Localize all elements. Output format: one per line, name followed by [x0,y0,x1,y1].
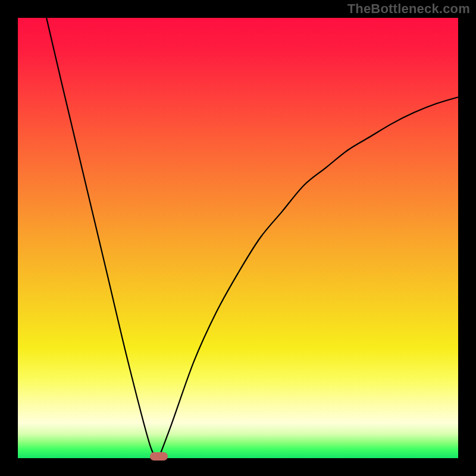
curve-right-branch [159,97,458,458]
plot-area [18,18,458,458]
curve-left-branch [46,18,159,458]
chart-frame: TheBottleneck.com [0,0,476,476]
watermark-text: TheBottleneck.com [347,1,470,17]
curve-svg [18,18,458,458]
minimum-marker [150,452,168,461]
